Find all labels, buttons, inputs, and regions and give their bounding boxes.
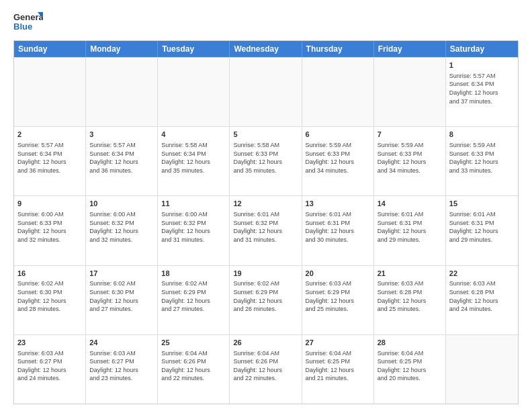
day-number: 25 xyxy=(161,338,226,348)
cal-cell: 17Sunrise: 6:02 AM Sunset: 6:30 PM Dayli… xyxy=(86,266,158,334)
logo: General Blue xyxy=(13,11,43,35)
cal-cell: 22Sunrise: 6:03 AM Sunset: 6:28 PM Dayli… xyxy=(446,266,518,334)
svg-text:Blue: Blue xyxy=(13,21,32,32)
cal-cell: 20Sunrise: 6:03 AM Sunset: 6:29 PM Dayli… xyxy=(302,266,374,334)
cal-cell: 8Sunrise: 5:59 AM Sunset: 6:33 PM Daylig… xyxy=(446,127,518,195)
day-number: 15 xyxy=(449,199,515,209)
day-number: 19 xyxy=(233,269,298,279)
cal-cell: 12Sunrise: 6:01 AM Sunset: 6:32 PM Dayli… xyxy=(230,196,302,265)
cal-cell: 23Sunrise: 6:03 AM Sunset: 6:27 PM Dayli… xyxy=(14,335,86,404)
day-info: Sunrise: 6:01 AM Sunset: 6:32 PM Dayligh… xyxy=(233,210,298,244)
calendar-header: SundayMondayTuesdayWednesdayThursdayFrid… xyxy=(14,41,518,57)
day-info: Sunrise: 6:04 AM Sunset: 6:26 PM Dayligh… xyxy=(161,349,226,383)
day-info: Sunrise: 6:01 AM Sunset: 6:31 PM Dayligh… xyxy=(449,210,515,244)
calendar: SundayMondayTuesdayWednesdayThursdayFrid… xyxy=(13,40,519,404)
cal-cell: 25Sunrise: 6:04 AM Sunset: 6:26 PM Dayli… xyxy=(158,335,230,404)
cal-header-day: Sunday xyxy=(14,41,86,57)
cal-cell: 1Sunrise: 5:57 AM Sunset: 6:34 PM Daylig… xyxy=(446,58,518,126)
cal-cell xyxy=(446,335,518,404)
day-info: Sunrise: 6:02 AM Sunset: 6:30 PM Dayligh… xyxy=(17,279,82,313)
day-info: Sunrise: 5:59 AM Sunset: 6:33 PM Dayligh… xyxy=(306,141,370,175)
cal-week-row: 16Sunrise: 6:02 AM Sunset: 6:30 PM Dayli… xyxy=(14,265,518,334)
cal-cell: 14Sunrise: 6:01 AM Sunset: 6:31 PM Dayli… xyxy=(374,196,446,265)
day-info: Sunrise: 5:58 AM Sunset: 6:34 PM Dayligh… xyxy=(161,141,226,175)
day-number: 2 xyxy=(17,130,82,140)
day-info: Sunrise: 6:00 AM Sunset: 6:33 PM Dayligh… xyxy=(17,210,82,244)
cal-cell: 19Sunrise: 6:02 AM Sunset: 6:29 PM Dayli… xyxy=(230,266,302,334)
day-info: Sunrise: 5:57 AM Sunset: 6:34 PM Dayligh… xyxy=(89,141,154,175)
page: General Blue SundayMondayTuesdayWednesda… xyxy=(0,0,532,411)
day-number: 3 xyxy=(89,130,154,140)
cal-header-day: Monday xyxy=(86,41,158,57)
day-info: Sunrise: 6:03 AM Sunset: 6:27 PM Dayligh… xyxy=(89,349,154,383)
day-number: 18 xyxy=(161,269,226,279)
day-info: Sunrise: 6:03 AM Sunset: 6:29 PM Dayligh… xyxy=(306,279,370,313)
cal-cell: 28Sunrise: 6:04 AM Sunset: 6:25 PM Dayli… xyxy=(374,335,446,404)
cal-cell: 16Sunrise: 6:02 AM Sunset: 6:30 PM Dayli… xyxy=(14,266,86,334)
day-info: Sunrise: 6:02 AM Sunset: 6:30 PM Dayligh… xyxy=(89,279,154,313)
cal-cell xyxy=(158,58,230,126)
cal-header-day: Tuesday xyxy=(158,41,230,57)
day-number: 8 xyxy=(449,130,515,140)
day-info: Sunrise: 6:00 AM Sunset: 6:32 PM Dayligh… xyxy=(89,210,154,244)
cal-cell: 11Sunrise: 6:00 AM Sunset: 6:32 PM Dayli… xyxy=(158,196,230,265)
day-number: 21 xyxy=(378,269,442,279)
day-number: 7 xyxy=(378,130,442,140)
day-number: 27 xyxy=(306,338,370,348)
cal-header-day: Thursday xyxy=(302,41,374,57)
cal-cell: 6Sunrise: 5:59 AM Sunset: 6:33 PM Daylig… xyxy=(302,127,374,195)
cal-week-row: 1Sunrise: 5:57 AM Sunset: 6:34 PM Daylig… xyxy=(14,57,518,126)
day-info: Sunrise: 5:59 AM Sunset: 6:33 PM Dayligh… xyxy=(449,141,515,175)
day-number: 17 xyxy=(89,269,154,279)
cal-cell: 10Sunrise: 6:00 AM Sunset: 6:32 PM Dayli… xyxy=(86,196,158,265)
cal-cell: 24Sunrise: 6:03 AM Sunset: 6:27 PM Dayli… xyxy=(86,335,158,404)
cal-cell xyxy=(86,58,158,126)
cal-cell: 26Sunrise: 6:04 AM Sunset: 6:26 PM Dayli… xyxy=(230,335,302,404)
day-number: 4 xyxy=(161,130,226,140)
day-number: 9 xyxy=(17,199,82,209)
day-info: Sunrise: 5:57 AM Sunset: 6:34 PM Dayligh… xyxy=(17,141,82,175)
day-number: 10 xyxy=(89,199,154,209)
logo-svg: General Blue xyxy=(13,11,43,35)
day-number: 23 xyxy=(17,338,82,348)
day-info: Sunrise: 6:00 AM Sunset: 6:32 PM Dayligh… xyxy=(161,210,226,244)
day-info: Sunrise: 6:04 AM Sunset: 6:25 PM Dayligh… xyxy=(306,349,370,383)
svg-text:General: General xyxy=(13,12,43,22)
day-number: 12 xyxy=(233,199,298,209)
cal-cell xyxy=(374,58,446,126)
day-info: Sunrise: 6:01 AM Sunset: 6:31 PM Dayligh… xyxy=(378,210,442,244)
day-number: 26 xyxy=(233,338,298,348)
header: General Blue xyxy=(13,11,519,35)
day-info: Sunrise: 6:02 AM Sunset: 6:29 PM Dayligh… xyxy=(161,279,226,313)
day-number: 13 xyxy=(306,199,370,209)
day-number: 5 xyxy=(233,130,298,140)
day-number: 1 xyxy=(449,60,515,71)
day-number: 11 xyxy=(161,199,226,209)
cal-week-row: 9Sunrise: 6:00 AM Sunset: 6:33 PM Daylig… xyxy=(14,195,518,265)
day-info: Sunrise: 5:58 AM Sunset: 6:33 PM Dayligh… xyxy=(233,141,298,175)
cal-cell xyxy=(302,58,374,126)
cal-header-day: Wednesday xyxy=(230,41,302,57)
cal-header-day: Saturday xyxy=(446,41,518,57)
day-number: 28 xyxy=(378,338,442,348)
day-number: 14 xyxy=(378,199,442,209)
day-number: 22 xyxy=(449,269,515,279)
cal-week-row: 2Sunrise: 5:57 AM Sunset: 6:34 PM Daylig… xyxy=(14,126,518,195)
cal-cell: 9Sunrise: 6:00 AM Sunset: 6:33 PM Daylig… xyxy=(14,196,86,265)
cal-cell: 2Sunrise: 5:57 AM Sunset: 6:34 PM Daylig… xyxy=(14,127,86,195)
cal-cell: 15Sunrise: 6:01 AM Sunset: 6:31 PM Dayli… xyxy=(446,196,518,265)
day-info: Sunrise: 5:59 AM Sunset: 6:33 PM Dayligh… xyxy=(378,141,442,175)
day-info: Sunrise: 6:04 AM Sunset: 6:26 PM Dayligh… xyxy=(233,349,298,383)
cal-cell: 3Sunrise: 5:57 AM Sunset: 6:34 PM Daylig… xyxy=(86,127,158,195)
day-info: Sunrise: 6:03 AM Sunset: 6:27 PM Dayligh… xyxy=(17,349,82,383)
day-number: 16 xyxy=(17,269,82,279)
day-number: 20 xyxy=(306,269,370,279)
cal-cell xyxy=(230,58,302,126)
day-info: Sunrise: 5:57 AM Sunset: 6:34 PM Dayligh… xyxy=(449,72,515,105)
cal-cell: 4Sunrise: 5:58 AM Sunset: 6:34 PM Daylig… xyxy=(158,127,230,195)
day-info: Sunrise: 6:01 AM Sunset: 6:31 PM Dayligh… xyxy=(306,210,370,244)
cal-cell xyxy=(14,58,86,126)
cal-cell: 21Sunrise: 6:03 AM Sunset: 6:28 PM Dayli… xyxy=(374,266,446,334)
day-number: 6 xyxy=(306,130,370,140)
day-number: 24 xyxy=(89,338,154,348)
